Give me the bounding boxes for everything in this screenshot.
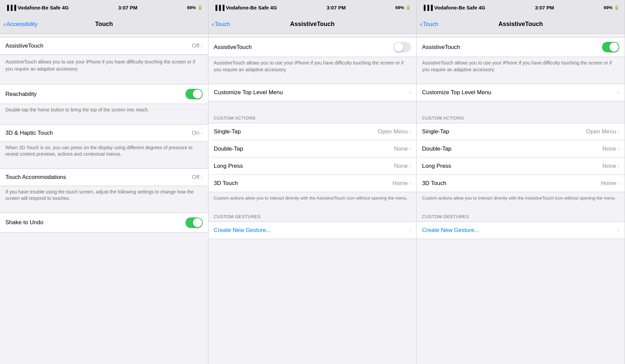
nav-title-2: AssistiveTouch: [290, 21, 335, 28]
nav-bar-2: ‹ Touch AssistiveTouch: [208, 15, 417, 34]
custom-gestures-header-2: CUSTOM GESTURES: [208, 207, 417, 222]
status-left-3: ▐▐▐ Vodafone-Be Safe 4G: [422, 5, 485, 10]
customize-row-3[interactable]: Customize Top Level Menu ›: [417, 84, 625, 101]
assistivetouch-chevron-1: ›: [201, 43, 202, 49]
create-gesture-row-2[interactable]: Create New Gesture... ›: [208, 222, 417, 239]
long-press-label-3: Long Press: [422, 163, 451, 170]
3d-touch-row-3[interactable]: 3D Touch Home ›: [417, 175, 625, 192]
touch-acc-label: Touch Accommodations: [5, 174, 66, 181]
double-tap-label-2: Double-Tap: [214, 146, 243, 152]
battery-pct-1: 69%: [187, 5, 196, 10]
carrier-1: Vodafone-Be Safe: [18, 5, 60, 10]
at-toggle-label-2: AssistiveTouch: [214, 44, 252, 51]
network-type-2: 4G: [270, 5, 277, 10]
single-tap-val-text-3: Open Menu: [586, 128, 616, 135]
touch-acc-row[interactable]: Touch Accommodations Off ›: [0, 169, 208, 186]
content-1: AssistiveTouch Off › AssistiveTouch allo…: [0, 34, 208, 364]
at-toggle-2[interactable]: [394, 42, 411, 52]
touch-acc-card: Touch Accommodations Off ›: [0, 168, 208, 186]
at-toggle-3[interactable]: [602, 42, 619, 52]
custom-actions-header-text-3: CUSTOM ACTIONS: [422, 115, 464, 121]
panel-assistivetouch-off: ▐▐▐ Vodafone-Be Safe 4G 3:07 PM 69% 🔋 ‹ …: [208, 0, 417, 364]
custom-gestures-card-3: Create New Gesture... ›: [417, 222, 625, 239]
shake-row[interactable]: Shake to Undo: [0, 213, 208, 232]
custom-actions-header-text-2: CUSTOM ACTIONS: [214, 115, 256, 121]
battery-pct-3: 69%: [604, 5, 612, 10]
single-tap-row-3[interactable]: Single-Tap Open Menu ›: [417, 123, 625, 140]
back-label-3[interactable]: Touch: [423, 21, 438, 28]
back-chevron-icon-1: ‹: [3, 20, 6, 28]
long-press-row-3[interactable]: Long Press None ›: [417, 158, 625, 175]
long-press-row-2[interactable]: Long Press None ›: [208, 158, 417, 175]
single-tap-val-text-2: Open Menu: [378, 128, 408, 135]
double-tap-chevron-3: ›: [618, 146, 619, 152]
at-desc-3: AssistiveTouch allows you to use your iP…: [417, 57, 625, 77]
double-tap-val-text-3: None: [602, 146, 616, 152]
3d-touch-value-3: Home ›: [601, 180, 619, 187]
at-desc-text-2: AssistiveTouch allows you to use your iP…: [214, 60, 404, 72]
custom-actions-footer-2: Custom actions allow you to interact dir…: [208, 192, 417, 207]
back-button-1[interactable]: ‹ Accessibility: [3, 20, 38, 28]
haptic-desc: When 3D Touch is on, you can press on th…: [0, 142, 208, 162]
customize-label-3: Customize Top Level Menu: [422, 89, 491, 96]
reachability-toggle-thumb: [193, 89, 202, 99]
single-tap-label-3: Single-Tap: [422, 128, 449, 135]
custom-actions-card-2: Single-Tap Open Menu › Double-Tap None ›…: [208, 123, 417, 192]
time-1: 3:07 PM: [118, 5, 138, 10]
back-label-2[interactable]: Touch: [215, 21, 230, 28]
back-label-1[interactable]: Accessibility: [6, 21, 38, 28]
custom-gestures-card-2: Create New Gesture... ›: [208, 222, 417, 239]
signal-icon-2: ▐▐▐: [214, 5, 225, 10]
create-gesture-row-3[interactable]: Create New Gesture... ›: [417, 222, 625, 239]
single-tap-chevron-2: ›: [409, 129, 411, 135]
shake-toggle[interactable]: [185, 217, 203, 228]
long-press-val-text-3: None: [602, 163, 616, 170]
battery-pct-2: 69%: [395, 5, 404, 10]
reachability-desc-text: Double-tap the home button to bring the …: [5, 107, 149, 112]
long-press-chevron-2: ›: [409, 163, 411, 169]
double-tap-val-text-2: None: [394, 146, 408, 152]
3d-touch-val-text-2: Home: [393, 180, 408, 187]
customize-card-3: Customize Top Level Menu ›: [417, 84, 625, 101]
back-chevron-icon-2: ‹: [212, 20, 214, 28]
custom-gestures-header-text-2: CUSTOM GESTURES: [214, 214, 261, 219]
at-toggle-card-3: AssistiveTouch: [417, 37, 625, 57]
custom-gestures-header-text-3: CUSTOM GESTURES: [422, 214, 469, 219]
long-press-chevron-3: ›: [618, 163, 619, 169]
at-toggle-label-3: AssistiveTouch: [422, 44, 460, 51]
back-button-2[interactable]: ‹ Touch: [212, 20, 230, 28]
assistivetouch-off-text-1: Off: [192, 43, 199, 49]
assistivetouch-row-1[interactable]: AssistiveTouch Off ›: [0, 37, 208, 54]
at-toggle-row-3[interactable]: AssistiveTouch: [417, 37, 625, 57]
shake-card: Shake to Undo: [0, 213, 208, 233]
touch-acc-chevron: ›: [201, 174, 202, 180]
haptic-chevron: ›: [201, 130, 202, 136]
nav-title-3: AssistiveTouch: [498, 21, 543, 28]
create-gesture-chevron-2: ›: [409, 227, 411, 233]
double-tap-row-2[interactable]: Double-Tap None ›: [208, 140, 417, 157]
nav-bar-3: ‹ Touch AssistiveTouch: [417, 15, 625, 34]
status-right-3: 69% 🔋: [604, 5, 619, 10]
custom-actions-footer-text-3: Custom actions allow you to interact dir…: [422, 196, 616, 201]
back-chevron-icon-3: ‹: [420, 20, 422, 28]
shake-label: Shake to Undo: [5, 219, 43, 226]
single-tap-row-2[interactable]: Single-Tap Open Menu ›: [208, 123, 417, 140]
long-press-value-2: None ›: [394, 163, 411, 170]
custom-actions-header-3: CUSTOM ACTIONS: [417, 108, 625, 123]
at-toggle-row-2[interactable]: AssistiveTouch: [208, 37, 417, 57]
reachability-row[interactable]: Reachability: [0, 84, 208, 104]
double-tap-row-3[interactable]: Double-Tap None ›: [417, 140, 625, 157]
assistivetouch-desc-text-1: AssistiveTouch allows you to use your iP…: [5, 59, 195, 72]
reachability-toggle[interactable]: [185, 89, 203, 99]
3d-touch-row-2[interactable]: 3D Touch Home ›: [208, 175, 417, 192]
touch-acc-desc-text: If you have trouble using the touch scre…: [5, 189, 194, 201]
network-type-1: 4G: [62, 5, 69, 10]
back-button-3[interactable]: ‹ Touch: [420, 20, 438, 28]
haptic-row[interactable]: 3D & Haptic Touch On ›: [0, 125, 208, 141]
customize-row-2[interactable]: Customize Top Level Menu ›: [208, 84, 417, 101]
long-press-label-2: Long Press: [214, 163, 243, 170]
battery-icon-3: 🔋: [614, 5, 619, 10]
status-left-2: ▐▐▐ Vodafone-Be Safe 4G: [214, 5, 277, 10]
reachability-label: Reachability: [5, 91, 37, 98]
battery-icon-2: 🔋: [405, 5, 411, 10]
